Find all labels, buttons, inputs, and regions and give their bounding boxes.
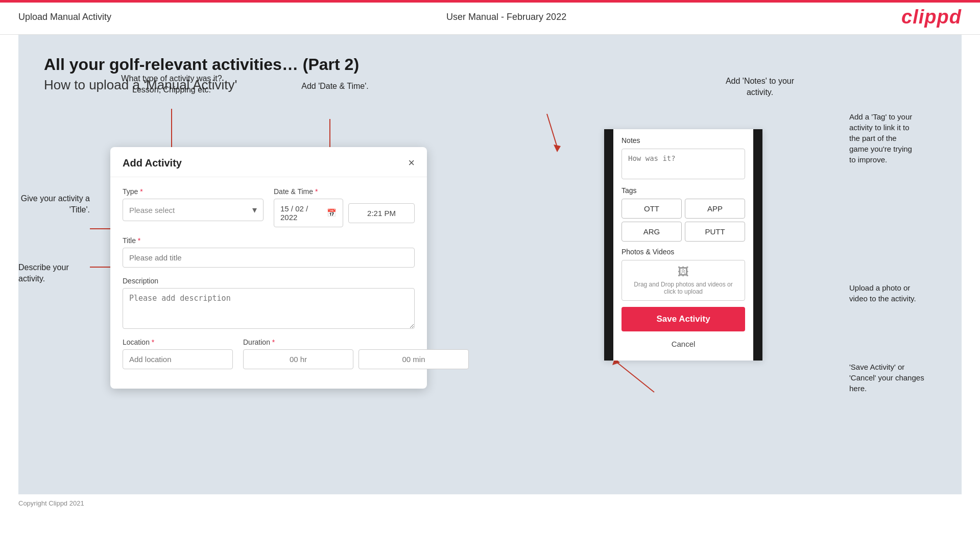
date-time-row: 15 / 02 / 2022 📅 2:21 PM — [274, 199, 415, 227]
photos-label: Photos & Videos — [622, 248, 745, 256]
phone-panel: Notes Tags OTT APP ARG PUTT Photos & Vid… — [604, 129, 762, 361]
date-value: 15 / 02 / 2022 — [280, 204, 323, 222]
annotation-notes: Add 'Notes' to youractivity. — [722, 76, 798, 99]
title-input[interactable] — [123, 248, 415, 268]
tag-putt[interactable]: PUTT — [685, 222, 745, 242]
dialog-body: Type * Please select ▾ Date & Time * — [110, 177, 427, 389]
manual-title: User Manual - February 2022 — [446, 12, 566, 22]
select-arrow-icon: ▾ — [252, 204, 257, 215]
type-select[interactable]: Please select ▾ — [123, 199, 264, 221]
tag-ott[interactable]: OTT — [622, 199, 682, 219]
tags-grid: OTT APP ARG PUTT — [622, 199, 745, 242]
page-title: All your golf-relevant activities… (Part… — [44, 55, 936, 74]
save-activity-button[interactable]: Save Activity — [622, 307, 745, 331]
photos-dropzone[interactable]: 🖼 Drag and Drop photos and videos orclic… — [622, 260, 745, 301]
datetime-group: Date & Time * 15 / 02 / 2022 📅 2:21 PM — [274, 187, 415, 227]
duration-inputs — [243, 349, 469, 369]
location-duration-row: Location * Duration * — [123, 338, 415, 369]
top-red-line — [0, 0, 980, 3]
type-group: Type * Please select ▾ — [123, 187, 264, 227]
duration-group: Duration * — [243, 338, 469, 369]
annotation-tag: Add a 'Tag' to youractivity to link it t… — [849, 111, 957, 165]
page-breadcrumb: Upload Manual Activity — [18, 12, 111, 22]
type-datetime-row: Type * Please select ▾ Date & Time * — [123, 187, 415, 227]
time-input[interactable]: 2:21 PM — [348, 203, 415, 223]
logo: clippd — [901, 6, 962, 28]
cancel-link[interactable]: Cancel — [622, 337, 745, 353]
dialog-header: Add Activity × — [110, 147, 427, 177]
annotation-save-cancel: 'Save Activity' or'Cancel' your changesh… — [849, 362, 957, 394]
annotation-upload-photo: Upload a photo orvideo to the activity. — [849, 282, 957, 304]
drop-text: Drag and Drop photos and videos orclick … — [634, 281, 732, 295]
notes-section: Notes Tags OTT APP ARG PUTT Photos & Vid… — [613, 129, 753, 361]
annotation-describe: Describe youractivity. — [18, 262, 90, 285]
type-label: Type * — [123, 187, 264, 196]
notes-label: Notes — [622, 136, 745, 145]
duration-label: Duration * — [243, 338, 469, 346]
annotation-give-title: Give your activity a'Title'. — [18, 193, 90, 216]
description-label: Description — [123, 277, 415, 285]
main-content: All your golf-relevant activities… (Part… — [18, 35, 962, 494]
footer: Copyright Clippd 2021 — [0, 494, 980, 512]
location-input[interactable] — [123, 349, 233, 369]
type-select-value: Please select — [129, 206, 175, 214]
tags-label: Tags — [622, 186, 745, 195]
svg-marker-13 — [554, 145, 561, 152]
add-activity-dialog: Add Activity × Type * Please select ▾ — [110, 147, 427, 389]
description-textarea[interactable] — [123, 288, 415, 329]
svg-line-18 — [616, 362, 654, 392]
photo-icon: 🖼 — [678, 266, 689, 279]
location-label: Location * — [123, 338, 233, 346]
copyright: Copyright Clippd 2021 — [18, 499, 84, 507]
duration-min-input[interactable] — [358, 349, 469, 369]
tag-arg[interactable]: ARG — [622, 222, 682, 242]
calendar-icon: 📅 — [327, 208, 337, 218]
svg-line-12 — [547, 114, 557, 147]
notes-textarea[interactable] — [622, 149, 745, 179]
dialog-close-button[interactable]: × — [408, 156, 415, 170]
duration-hr-input[interactable] — [243, 349, 353, 369]
title-label: Title * — [123, 236, 415, 245]
dialog-title: Add Activity — [123, 157, 182, 169]
description-group: Description — [123, 277, 415, 329]
location-group: Location * — [123, 338, 233, 369]
datetime-label: Date & Time * — [274, 187, 415, 196]
tag-app[interactable]: APP — [685, 199, 745, 219]
date-input[interactable]: 15 / 02 / 2022 📅 — [274, 199, 343, 227]
annotation-date-time: Add 'Date & Time'. — [289, 81, 381, 92]
annotation-what-type: What type of activity was it?Lesson, Chi… — [121, 73, 223, 96]
top-bar: Upload Manual Activity User Manual - Feb… — [0, 0, 980, 35]
title-group: Title * — [123, 236, 415, 268]
